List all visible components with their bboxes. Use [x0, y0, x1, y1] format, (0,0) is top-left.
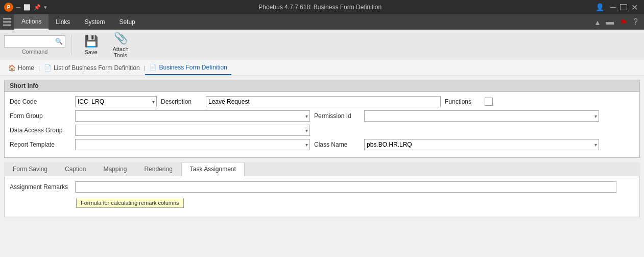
- tab-caption[interactable]: Caption: [56, 162, 94, 176]
- data-access-group-select-wrapper: ▾: [75, 125, 310, 136]
- doc-code-label: Doc Code: [10, 98, 71, 105]
- tab-form-saving[interactable]: Form Saving: [4, 162, 56, 176]
- menu-actions[interactable]: Actions: [14, 14, 49, 30]
- permission-id-select-wrapper: ▾: [364, 110, 599, 122]
- attach-icon: 📎: [114, 32, 128, 45]
- report-template-select[interactable]: [75, 139, 310, 150]
- short-info-panel: Short Info Doc Code ICC_LRQ ▾ Descriptio…: [4, 80, 640, 158]
- tab-mapping[interactable]: Mapping: [94, 162, 135, 176]
- report-template-label: Report Template: [10, 141, 71, 148]
- description-input[interactable]: [206, 96, 441, 107]
- form-group-select[interactable]: [75, 110, 310, 122]
- window-title: Phoebus 4.7.7.618: Business Form Definit…: [258, 4, 381, 11]
- class-name-label: Class Name: [314, 141, 360, 148]
- data-access-group-select[interactable]: [75, 125, 310, 136]
- main-content: Short Info Doc Code ICC_LRQ ▾ Descriptio…: [0, 76, 644, 221]
- data-access-group-label: Data Access Group: [10, 127, 71, 134]
- user-icon[interactable]: 👤: [593, 3, 606, 11]
- assignment-remarks-label: Assignment Remarks: [10, 183, 71, 191]
- attach-label: AttachTools: [112, 46, 128, 58]
- breadcrumb-list[interactable]: 📄 List of Business Form Definition: [40, 60, 144, 75]
- toolbar: 🔍 Command 💾 Save 📎 AttachTools: [0, 30, 644, 60]
- form-row-1: Doc Code ICC_LRQ ▾ Description Functions: [10, 96, 634, 107]
- menu-links[interactable]: Links: [49, 14, 77, 30]
- doc-code-select-wrapper: ICC_LRQ ▾: [75, 96, 157, 107]
- formula-tooltip: Formula for calculating remark columns: [76, 198, 184, 208]
- toolbar-search-box[interactable]: 🔍: [4, 35, 65, 48]
- window-restore-icon[interactable]: ⬜: [23, 4, 31, 11]
- menu-toolbar-icon[interactable]: ▬: [604, 16, 616, 28]
- window-dropdown-icon[interactable]: ▾: [44, 4, 47, 11]
- breadcrumb: 🏠 Home | 📄 List of Business Form Definit…: [0, 60, 644, 76]
- report-template-select-wrapper: ▾: [75, 139, 310, 150]
- assignment-remarks-row: Assignment Remarks: [10, 181, 634, 193]
- attach-tools-button[interactable]: 📎 AttachTools: [108, 30, 133, 60]
- menu-setup[interactable]: Setup: [112, 14, 142, 30]
- breadcrumb-home[interactable]: 🏠 Home: [4, 60, 38, 75]
- menu-right-actions: ▴ ▬ ⚑ ?: [593, 14, 644, 30]
- form-row-4: Report Template ▾ Class Name pbs.BO.HR.L…: [10, 139, 634, 150]
- form-group-select-wrapper: ▾: [75, 110, 310, 122]
- search-input[interactable]: [7, 38, 55, 44]
- svg-rect-1: [3, 21, 11, 22]
- doc-code-select[interactable]: ICC_LRQ: [75, 96, 157, 107]
- class-name-select[interactable]: pbs.BO.HR.LRQ: [364, 139, 599, 150]
- title-bar-left: P ─ ⬜ 📌 ▾: [4, 3, 47, 12]
- breadcrumb-current[interactable]: 📄 Business Form Definition: [145, 60, 231, 75]
- form-row-3: Data Access Group ▾: [10, 125, 634, 136]
- home-icon: 🏠: [8, 64, 16, 72]
- short-info-header: Short Info: [5, 80, 639, 92]
- permission-id-label: Permission Id: [314, 112, 360, 120]
- tab-task-assignment[interactable]: Task Assignment: [181, 162, 245, 176]
- window-minimize-icon[interactable]: ─: [16, 4, 20, 10]
- breadcrumb-list-label: List of Business Form Definition: [54, 64, 140, 72]
- tab-content-task-assignment: Assignment Remarks Formula for calculati…: [4, 176, 640, 217]
- save-button[interactable]: 💾 Save: [78, 33, 104, 57]
- tabs-header: Form Saving Caption Mapping Rendering Ta…: [4, 162, 640, 176]
- search-icon: 🔍: [55, 38, 63, 45]
- class-name-select-wrapper: pbs.BO.HR.LRQ ▾: [364, 139, 599, 150]
- menu-hamburger-icon[interactable]: [0, 14, 14, 30]
- permission-id-select[interactable]: [364, 110, 599, 122]
- tab-rendering[interactable]: Rendering: [135, 162, 181, 176]
- functions-checkbox[interactable]: [485, 98, 493, 106]
- menu-bar: Actions Links System Setup ▴ ▬ ⚑ ?: [0, 14, 644, 30]
- title-bar: P ─ ⬜ 📌 ▾ Phoebus 4.7.7.618: Business Fo…: [0, 0, 644, 14]
- tabs-container: Form Saving Caption Mapping Rendering Ta…: [4, 162, 640, 217]
- breadcrumb-current-label: Business Form Definition: [159, 64, 227, 71]
- app-logo: P: [4, 3, 13, 12]
- title-bar-controls: 👤 ─ ✕: [593, 3, 640, 12]
- save-icon: 💾: [84, 35, 98, 48]
- window-minimize-btn[interactable]: ─: [608, 3, 618, 12]
- menu-system[interactable]: System: [77, 14, 112, 30]
- menu-chevron-up-icon[interactable]: ▴: [593, 16, 602, 28]
- svg-rect-2: [3, 25, 11, 26]
- short-info-body: Doc Code ICC_LRQ ▾ Description Functions…: [5, 92, 639, 157]
- save-label: Save: [84, 49, 97, 55]
- command-label: Command: [22, 49, 48, 55]
- toolbar-divider-1: [71, 35, 72, 55]
- functions-label: Functions: [445, 98, 481, 105]
- list-page-icon: 📄: [44, 64, 52, 72]
- svg-rect-0: [3, 18, 11, 19]
- description-label: Description: [161, 98, 202, 105]
- window-pin-icon[interactable]: 📌: [34, 4, 41, 11]
- current-page-icon: 📄: [149, 64, 157, 71]
- menu-help-icon[interactable]: ?: [631, 16, 640, 28]
- breadcrumb-home-label: Home: [18, 64, 34, 72]
- form-group-label: Form Group: [10, 112, 71, 120]
- command-group: 🔍 Command: [4, 35, 65, 55]
- form-row-2: Form Group ▾ Permission Id ▾: [10, 110, 634, 122]
- assignment-remarks-input[interactable]: [75, 181, 616, 193]
- menu-flag-icon[interactable]: ⚑: [618, 16, 629, 28]
- window-close-btn[interactable]: ✕: [629, 3, 640, 12]
- window-maximize-btn[interactable]: [620, 4, 627, 10]
